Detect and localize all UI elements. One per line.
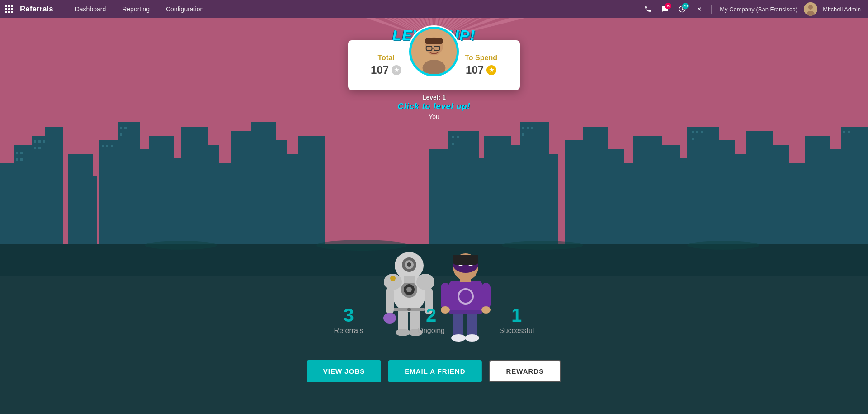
svg-point-141 <box>390 276 396 281</box>
levelup-container: LEVEL UP! <box>348 27 520 120</box>
nav-configuration[interactable]: Configuration <box>158 0 212 18</box>
svg-rect-108 <box>843 131 845 133</box>
svg-rect-7 <box>8 11 10 13</box>
app-brand: Referrals <box>18 5 53 14</box>
tospend-label: To Spend <box>465 54 497 62</box>
svg-point-139 <box>407 262 411 267</box>
svg-rect-86 <box>34 140 36 143</box>
svg-rect-140 <box>404 276 415 283</box>
svg-point-113 <box>502 241 583 250</box>
svg-rect-100 <box>522 127 524 129</box>
svg-point-147 <box>465 334 479 342</box>
level-label: Level: 1 <box>422 94 446 101</box>
top-navigation: Referrals Dashboard Reporting Configurat… <box>0 0 868 18</box>
svg-rect-83 <box>20 152 23 154</box>
click-levelup-text[interactable]: Click to level up! <box>397 102 470 111</box>
rewards-button[interactable]: REWARDS <box>489 360 561 382</box>
referrals-count: 3 <box>343 306 354 325</box>
nav-dashboard[interactable]: Dashboard <box>67 0 114 18</box>
main-menu: Dashboard Reporting Configuration <box>67 0 641 18</box>
apps-menu-button[interactable] <box>0 0 18 18</box>
svg-rect-103 <box>522 133 524 136</box>
stats-card: Total 107 ★ To Spend 107 ★ <box>348 40 520 90</box>
total-icon: ★ <box>392 65 401 75</box>
user-avatar[interactable] <box>804 2 817 16</box>
email-friend-button[interactable]: EMAIL A FRIEND <box>388 360 481 382</box>
svg-rect-87 <box>38 140 41 143</box>
svg-rect-3 <box>5 8 7 10</box>
svg-rect-109 <box>848 131 850 133</box>
tospend-icon: ★ <box>486 65 496 75</box>
svg-rect-105 <box>696 131 698 133</box>
user-avatar-circle[interactable] <box>409 27 459 76</box>
ongoing-stat: 2 Ongoing <box>418 306 445 335</box>
successful-label: Successful <box>499 327 534 335</box>
messages-icon-button[interactable]: 5 <box>658 2 672 16</box>
clock-icon-button[interactable]: 29 <box>675 2 689 16</box>
svg-rect-5 <box>11 8 13 10</box>
referrals-stat: 3 Referrals <box>334 306 363 335</box>
company-name: My Company (San Francisco) <box>720 6 797 13</box>
username-label: Mitchell Admin <box>823 6 861 13</box>
svg-rect-89 <box>34 147 36 149</box>
svg-rect-99 <box>452 143 454 145</box>
svg-rect-90 <box>38 147 41 149</box>
referral-stats-row: 3 Referrals 2 Ongoing 1 Successful <box>334 306 534 335</box>
close-icon-button[interactable] <box>692 2 707 16</box>
main-content: LEVEL UP! <box>0 18 868 414</box>
phone-icon-button[interactable] <box>641 2 655 16</box>
ongoing-label: Ongoing <box>418 327 445 335</box>
svg-rect-101 <box>527 127 529 129</box>
svg-rect-2 <box>11 5 13 7</box>
referrals-label: Referrals <box>334 327 363 335</box>
svg-rect-96 <box>120 133 122 136</box>
svg-rect-118 <box>425 40 443 43</box>
view-jobs-button[interactable]: VIEW JOBS <box>307 360 381 382</box>
svg-point-128 <box>416 274 434 290</box>
topbar-right: 5 29 My Company (San Francisco) Mitchell… <box>641 2 868 16</box>
ongoing-count: 2 <box>426 306 436 325</box>
svg-rect-82 <box>16 152 18 154</box>
svg-rect-161 <box>453 255 478 259</box>
svg-rect-104 <box>692 131 694 133</box>
svg-rect-0 <box>5 5 7 7</box>
tospend-stat-block: To Spend 107 ★ <box>465 54 497 76</box>
svg-rect-97 <box>452 136 454 138</box>
tospend-value: 107 ★ <box>466 64 496 76</box>
svg-point-114 <box>687 241 760 250</box>
svg-rect-151 <box>441 283 450 309</box>
total-value: 107 ★ <box>371 64 401 76</box>
svg-rect-94 <box>120 127 122 129</box>
total-stat-block: Total 107 ★ <box>371 54 401 76</box>
nav-reporting[interactable]: Reporting <box>114 0 158 18</box>
svg-point-13 <box>808 5 813 10</box>
svg-rect-8 <box>11 11 13 13</box>
svg-rect-102 <box>531 127 533 129</box>
svg-rect-6 <box>5 11 7 13</box>
total-label: Total <box>378 54 395 62</box>
action-buttons-row: VIEW JOBS EMAIL A FRIEND REWARDS <box>307 360 561 382</box>
messages-badge: 5 <box>665 3 671 9</box>
svg-rect-93 <box>111 145 113 147</box>
svg-rect-85 <box>20 158 23 161</box>
nav-divider <box>711 5 712 14</box>
svg-point-126 <box>406 287 412 292</box>
svg-rect-1 <box>8 5 10 7</box>
you-label: You <box>429 113 439 120</box>
svg-rect-92 <box>106 145 108 147</box>
clock-badge: 29 <box>682 3 689 9</box>
svg-rect-84 <box>16 158 18 161</box>
svg-rect-95 <box>124 127 127 129</box>
svg-rect-91 <box>102 145 104 147</box>
successful-count: 1 <box>511 306 522 325</box>
svg-rect-106 <box>701 131 703 133</box>
avatar-image <box>411 29 457 74</box>
svg-point-111 <box>145 241 217 250</box>
svg-rect-152 <box>481 283 491 309</box>
svg-rect-88 <box>43 140 45 143</box>
svg-point-146 <box>451 334 466 342</box>
svg-rect-98 <box>457 136 459 138</box>
svg-rect-4 <box>8 8 10 10</box>
successful-stat: 1 Successful <box>499 306 534 335</box>
svg-rect-107 <box>692 138 694 140</box>
